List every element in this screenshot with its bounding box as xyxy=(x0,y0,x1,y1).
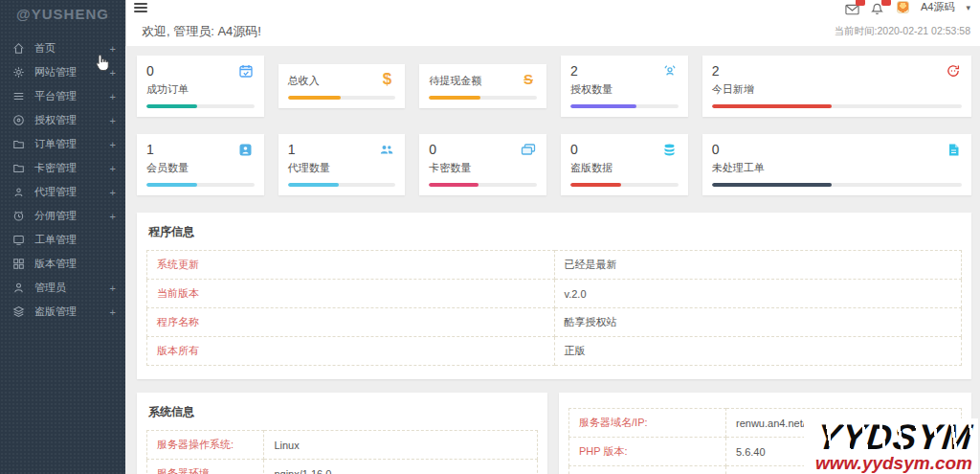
row-label: 系统更新 xyxy=(147,251,555,280)
sidebar-item-cardkey-mgmt[interactable]: 卡密管理 + xyxy=(0,156,125,180)
database-icon xyxy=(661,142,679,157)
progress-fill xyxy=(288,96,341,100)
sidebar-item-ticket-mgmt[interactable]: 工单管理 xyxy=(0,228,125,252)
program-info-panel: 程序信息 系统更新 已经是最新 当前版本 v.2.0 程序名称 酷享授权站 xyxy=(137,213,971,379)
stat-card-unhandled-tickets[interactable]: 0 未处理工单 xyxy=(702,134,971,195)
sidebar-item-home[interactable]: 首页 + xyxy=(0,36,125,60)
progress-fill xyxy=(570,104,636,108)
gear-icon xyxy=(11,66,25,79)
topbar-right-group: A4源码 ▾ xyxy=(845,0,970,14)
progress-fill xyxy=(429,96,480,100)
table-row: 程序名称 酷享授权站 xyxy=(147,308,962,337)
dashboard-content: 0 成功订单 总收入 $ 待提现金额 S xyxy=(125,46,980,474)
progress-track xyxy=(146,183,255,187)
progress-track xyxy=(146,104,255,108)
expand-plus-icon[interactable]: + xyxy=(110,115,116,126)
stat-card-cardkey-count[interactable]: 0 卡密数量 xyxy=(419,134,546,195)
stat-label: 代理数量 xyxy=(288,161,396,175)
sidebar-item-piracy-mgmt[interactable]: 盗版管理 + xyxy=(0,300,125,324)
expand-plus-icon[interactable]: + xyxy=(110,211,116,222)
program-info-title: 程序信息 xyxy=(146,224,962,240)
row-value: 酷享授权站 xyxy=(554,308,962,337)
sidebar-item-label: 工单管理 xyxy=(34,233,116,247)
avatar[interactable] xyxy=(897,1,909,13)
progress-fill xyxy=(712,104,832,108)
stat-label: 未处理工单 xyxy=(712,161,962,175)
expand-plus-icon[interactable]: + xyxy=(110,67,116,79)
progress-fill xyxy=(570,183,621,187)
sidebar-item-version-mgmt[interactable]: 版本管理 xyxy=(0,252,125,276)
row-label: 服务器操作系统: xyxy=(147,431,264,460)
stat-label: 会员数量 xyxy=(146,161,255,175)
sidebar-item-order-mgmt[interactable]: 订单管理 + xyxy=(0,132,125,156)
row-value: 已经是最新 xyxy=(554,251,962,280)
progress-fill xyxy=(429,183,479,187)
progress-track xyxy=(712,104,962,108)
member-badge-icon xyxy=(237,142,255,157)
stat-value: 0 xyxy=(146,63,154,79)
cards-icon xyxy=(520,142,537,157)
progress-track xyxy=(429,96,537,100)
stat-card-success-orders[interactable]: 0 成功订单 xyxy=(137,56,264,117)
sidebar-item-admin[interactable]: 管理员 + xyxy=(0,276,125,300)
sidebar-item-label: 分佣管理 xyxy=(34,209,110,223)
progress-track xyxy=(570,183,679,187)
stat-label: 成功订单 xyxy=(146,82,255,97)
row-value: 正版 xyxy=(554,337,962,366)
expand-plus-icon[interactable]: + xyxy=(110,43,116,55)
expand-plus-icon[interactable]: + xyxy=(110,187,116,198)
expand-plus-icon[interactable]: + xyxy=(110,163,116,174)
topbar: A4源码 ▾ 欢迎, 管理员: A4源码! 当前时间:2020-02-21 02… xyxy=(125,0,980,46)
stat-card-pending-withdraw[interactable]: 待提现金额 S xyxy=(419,64,546,108)
row-label: 当前版本 xyxy=(147,280,555,308)
table-row: 当前版本 v.2.0 xyxy=(147,280,962,308)
sidebar-item-commission-mgmt[interactable]: 分佣管理 + xyxy=(0,204,125,228)
progress-track xyxy=(712,183,962,187)
topbar-icon-row: A4源码 ▾ xyxy=(126,0,980,13)
progress-fill xyxy=(288,183,339,187)
expand-plus-icon[interactable]: + xyxy=(110,282,116,294)
sidebar-item-label: 授权管理 xyxy=(34,113,110,127)
expand-plus-icon[interactable]: + xyxy=(110,139,116,150)
progress-fill xyxy=(146,104,197,108)
row-value: nginx/1.16.0 xyxy=(264,460,538,474)
chevron-down-icon[interactable]: ▾ xyxy=(966,3,970,12)
user-icon xyxy=(11,282,25,295)
stat-value: 2 xyxy=(712,63,720,79)
sidebar-item-label: 卡密管理 xyxy=(34,161,110,175)
sidebar-item-label: 管理员 xyxy=(34,281,110,295)
stat-card-agent-count[interactable]: 1 代理数量 xyxy=(278,134,406,195)
progress-track xyxy=(288,183,396,187)
table-row: 版本所有 正版 xyxy=(147,337,962,366)
welcome-message: 欢迎, 管理员: A4源码! xyxy=(142,23,261,40)
mail-icon[interactable] xyxy=(845,2,859,13)
stat-card-total-income[interactable]: 总收入 $ xyxy=(278,64,406,108)
expand-plus-icon[interactable]: + xyxy=(110,306,116,318)
table-row: 服务器环境 nginx/1.16.0 xyxy=(147,460,538,474)
dollar-icon: $ xyxy=(378,72,395,87)
stats-row-2: 1 会员数量 1 代理数量 0 卡密数量 xyxy=(137,134,971,195)
sidebar: @YUSHENG 首页 + 网站管理 + 平台管理 + 授权管理 + 订单管理 … xyxy=(0,0,125,474)
layers-icon xyxy=(11,305,25,319)
watermark-url: www.yydsym.com xyxy=(815,454,972,473)
hamburger-menu-icon[interactable] xyxy=(134,3,147,12)
system-info-table: 服务器操作系统: Linux 服务器环境 nginx/1.16.0 网站目录: … xyxy=(146,430,538,474)
sidebar-item-site-mgmt[interactable]: 网站管理 + xyxy=(0,60,125,84)
list-icon xyxy=(11,90,25,103)
sidebar-item-platform-mgmt[interactable]: 平台管理 + xyxy=(0,84,125,108)
current-user-name[interactable]: A4源码 xyxy=(921,0,954,14)
sidebar-item-agent-mgmt[interactable]: 代理管理 + xyxy=(0,180,125,204)
sidebar-item-license-mgmt[interactable]: 授权管理 + xyxy=(0,108,125,132)
stat-label: 总收入 xyxy=(288,72,320,88)
bell-icon[interactable] xyxy=(871,2,885,13)
stat-card-piracy-data[interactable]: 0 盗版数据 xyxy=(561,134,688,195)
folder-icon xyxy=(11,162,25,175)
stat-card-member-count[interactable]: 1 会员数量 xyxy=(137,134,264,195)
stats-row-1: 0 成功订单 总收入 $ 待提现金额 S xyxy=(137,56,971,117)
sidebar-item-label: 平台管理 xyxy=(34,89,110,103)
expand-plus-icon[interactable]: + xyxy=(110,91,116,102)
stat-card-license-count[interactable]: 2 授权数量 xyxy=(561,56,688,117)
stat-card-today-new[interactable]: 2 今日新增 xyxy=(702,56,971,117)
sidebar-item-label: 订单管理 xyxy=(34,137,110,151)
progress-fill xyxy=(712,183,832,187)
